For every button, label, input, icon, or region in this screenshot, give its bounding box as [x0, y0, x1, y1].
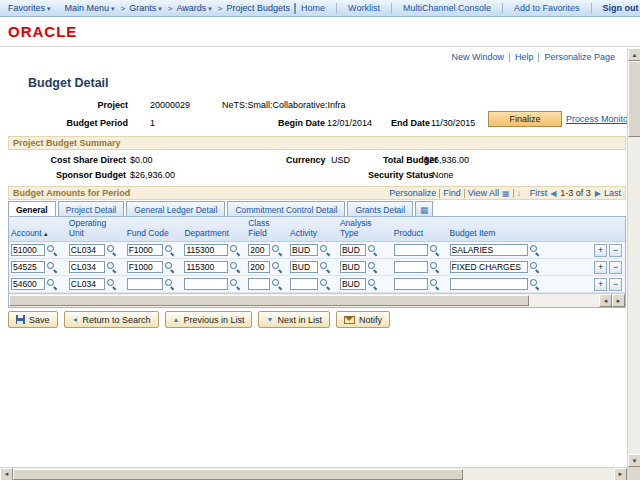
lookup-icon[interactable]	[107, 245, 117, 255]
column-header-analysis-type[interactable]: Analysis Type	[338, 218, 392, 241]
show-all-columns-tab[interactable]: ▦	[415, 201, 433, 216]
lookup-icon[interactable]	[272, 245, 282, 255]
view-all-link[interactable]: View All	[468, 188, 499, 198]
fund-code-input[interactable]	[127, 244, 163, 256]
worklist-link[interactable]: Worklist	[348, 3, 380, 13]
analysis-type-input[interactable]	[340, 244, 366, 256]
return-to-search-button[interactable]: ◄ Return to Search	[64, 311, 159, 328]
favorites-menu[interactable]: Favorites ▾	[8, 3, 53, 13]
breadcrumb-project-budgets[interactable]: Project Budgets	[227, 3, 291, 13]
lookup-icon[interactable]	[230, 245, 240, 255]
column-header-budget-item[interactable]: Budget Item	[448, 228, 566, 241]
scrollbar-thumb[interactable]	[9, 295, 529, 306]
tab-project-detail[interactable]: Project Detail	[58, 201, 125, 216]
new-window-link[interactable]: New Window	[451, 52, 504, 62]
lookup-icon[interactable]	[430, 245, 440, 255]
help-link[interactable]: Help	[515, 52, 534, 62]
scrollbar-thumb[interactable]	[628, 61, 640, 137]
breadcrumb-awards[interactable]: Awards ▾	[176, 3, 213, 13]
column-header-fund-code[interactable]: Fund Code	[125, 228, 183, 241]
main-menu[interactable]: Main Menu ▾	[65, 3, 117, 13]
budget-item-input[interactable]	[450, 261, 528, 273]
scroll-right-icon[interactable]: ►	[614, 468, 627, 480]
department-input[interactable]	[184, 244, 228, 256]
add-to-favorites-link[interactable]: Add to Favorites	[514, 3, 580, 13]
department-input[interactable]	[184, 261, 228, 273]
department-input[interactable]	[184, 278, 228, 290]
class-field-input[interactable]	[248, 244, 270, 256]
lookup-icon[interactable]	[320, 279, 330, 289]
sign-out-link[interactable]: Sign out	[603, 3, 639, 13]
lookup-icon[interactable]	[165, 279, 175, 289]
lookup-icon[interactable]	[368, 262, 378, 272]
column-header-operating-unit[interactable]: Operating Unit	[67, 218, 125, 241]
previous-page-icon[interactable]: ◀	[550, 189, 556, 198]
lookup-icon[interactable]	[47, 262, 57, 272]
tab-commitment-control-detail[interactable]: Commitment Control Detail	[227, 201, 345, 216]
lookup-icon[interactable]	[165, 245, 175, 255]
scroll-right-icon[interactable]: ►	[612, 294, 625, 307]
budget-item-input[interactable]	[450, 244, 528, 256]
lookup-icon[interactable]	[272, 262, 282, 272]
tab-grants-detail[interactable]: Grants Detail	[347, 201, 413, 216]
analysis-type-input[interactable]	[340, 261, 366, 273]
scrollbar-thumb[interactable]	[13, 469, 463, 480]
lookup-icon[interactable]	[107, 262, 117, 272]
find-link[interactable]: Find	[443, 188, 461, 198]
activity-input[interactable]	[290, 261, 318, 273]
lookup-icon[interactable]	[272, 279, 282, 289]
fund-code-input[interactable]	[127, 261, 163, 273]
class-field-input[interactable]	[248, 278, 270, 290]
operating-unit-input[interactable]	[69, 261, 105, 273]
column-header-department[interactable]: Department	[182, 228, 246, 241]
next-page-icon[interactable]: ▶	[595, 189, 601, 198]
scroll-left-icon[interactable]: ◄	[0, 468, 13, 480]
grid-horizontal-scrollbar[interactable]: ◄ ►	[9, 293, 625, 307]
vertical-scrollbar[interactable]: ▲ ▼	[627, 48, 640, 467]
fund-code-input[interactable]	[127, 278, 163, 290]
analysis-type-input[interactable]	[340, 278, 366, 290]
add-row-button[interactable]: +	[594, 261, 607, 274]
lookup-icon[interactable]	[47, 245, 57, 255]
personalize-link[interactable]: Personalize	[389, 188, 436, 198]
lookup-icon[interactable]	[320, 262, 330, 272]
account-input[interactable]	[11, 244, 45, 256]
activity-input[interactable]	[290, 278, 318, 290]
lookup-icon[interactable]	[530, 245, 540, 255]
class-field-input[interactable]	[248, 261, 270, 273]
save-button[interactable]: Save	[8, 311, 58, 328]
lookup-icon[interactable]	[47, 279, 57, 289]
lookup-icon[interactable]	[530, 279, 540, 289]
download-icon[interactable]: ↓	[517, 189, 521, 198]
horizontal-scrollbar[interactable]: ◄ ►	[0, 467, 627, 480]
column-header-activity[interactable]: Activity	[288, 228, 338, 241]
lookup-icon[interactable]	[368, 245, 378, 255]
delete-row-button[interactable]: −	[609, 244, 622, 257]
next-in-list-button[interactable]: ▼ Next in List	[258, 311, 329, 328]
lookup-icon[interactable]	[430, 279, 440, 289]
account-input[interactable]	[11, 261, 45, 273]
lookup-icon[interactable]	[430, 262, 440, 272]
last-link[interactable]: Last	[604, 188, 621, 198]
lookup-icon[interactable]	[165, 262, 175, 272]
scroll-up-icon[interactable]: ▲	[628, 48, 640, 61]
operating-unit-input[interactable]	[69, 278, 105, 290]
first-link[interactable]: First	[530, 188, 548, 198]
lookup-icon[interactable]	[320, 245, 330, 255]
product-input[interactable]	[394, 244, 428, 256]
breadcrumb-grants[interactable]: Grants ▾	[129, 3, 164, 13]
notify-button[interactable]: Notify	[336, 311, 390, 328]
scroll-down-icon[interactable]: ▼	[628, 454, 640, 467]
lookup-icon[interactable]	[530, 262, 540, 272]
home-link[interactable]: Home	[301, 3, 325, 13]
account-input[interactable]	[11, 278, 45, 290]
product-input[interactable]	[394, 261, 428, 273]
finalize-button[interactable]: Finalize	[488, 111, 562, 127]
tab-general-ledger-detail[interactable]: General Ledger Detail	[126, 201, 225, 216]
personalize-page-link[interactable]: Personalize Page	[544, 52, 615, 62]
delete-row-button[interactable]: −	[609, 278, 622, 291]
process-monitor-link[interactable]: Process Monitor	[566, 114, 631, 124]
lookup-icon[interactable]	[368, 279, 378, 289]
lookup-icon[interactable]	[230, 279, 240, 289]
lookup-icon[interactable]	[107, 279, 117, 289]
